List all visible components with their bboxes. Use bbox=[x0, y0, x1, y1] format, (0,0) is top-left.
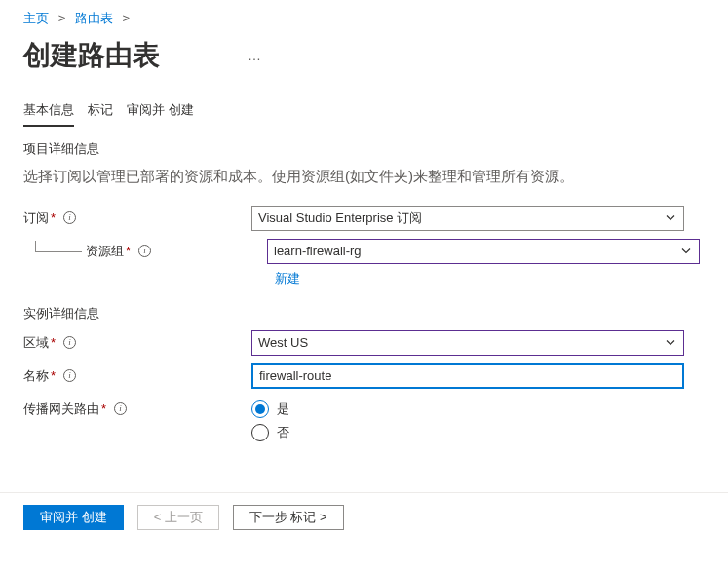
breadcrumb-route-tables[interactable]: 路由表 bbox=[75, 11, 113, 25]
previous-button: < 上一页 bbox=[137, 505, 219, 530]
resource-group-label: 资源组 bbox=[86, 243, 124, 260]
footer: 审阅并 创建 < 上一页 下一步 标记 > bbox=[0, 492, 728, 542]
region-select[interactable]: West US bbox=[251, 330, 684, 356]
required-asterisk: * bbox=[51, 368, 56, 383]
info-icon[interactable]: i bbox=[114, 402, 127, 415]
region-label: 区域 bbox=[23, 334, 49, 352]
project-details-heading: 项目详细信息 bbox=[23, 140, 728, 158]
chevron-right-icon: > bbox=[122, 11, 130, 25]
resource-group-value: learn-firewall-rg bbox=[274, 244, 362, 258]
tab-tags[interactable]: 标记 bbox=[88, 101, 113, 127]
region-field: 区域 * i West US bbox=[23, 328, 728, 358]
breadcrumb-home[interactable]: 主页 bbox=[23, 11, 49, 25]
propagate-field: 传播网关路由 * i 是 否 bbox=[23, 400, 728, 441]
info-icon[interactable]: i bbox=[63, 336, 76, 349]
tab-basic[interactable]: 基本信息 bbox=[23, 101, 74, 127]
indent-connector bbox=[35, 241, 82, 252]
chevron-down-icon bbox=[666, 335, 675, 350]
required-asterisk: * bbox=[51, 210, 56, 225]
create-new-resource-group-link[interactable]: 新建 bbox=[275, 270, 728, 287]
propagate-yes-label: 是 bbox=[277, 400, 289, 418]
required-asterisk: * bbox=[51, 335, 56, 350]
propagate-no-radio[interactable] bbox=[251, 424, 269, 441]
breadcrumb: 主页 > 路由表 > bbox=[0, 8, 728, 31]
tab-review-create[interactable]: 审阅并 创建 bbox=[127, 101, 194, 127]
required-asterisk: * bbox=[126, 244, 131, 258]
name-label: 名称 bbox=[23, 367, 49, 385]
subscription-field: 订阅 * i Visual Studio Enterprise 订阅 bbox=[23, 204, 728, 233]
review-create-button[interactable]: 审阅并 创建 bbox=[23, 505, 124, 530]
info-icon[interactable]: i bbox=[63, 211, 76, 224]
region-value: West US bbox=[258, 335, 308, 350]
instance-details-heading: 实例详细信息 bbox=[23, 305, 728, 323]
page-title: 创建路由表 bbox=[23, 37, 160, 74]
propagate-label: 传播网关路由 bbox=[23, 400, 99, 418]
name-field: 名称 * i firewall-route bbox=[23, 362, 728, 391]
subscription-select[interactable]: Visual Studio Enterprise 订阅 bbox=[251, 206, 684, 231]
name-input[interactable]: firewall-route bbox=[251, 363, 684, 389]
tabs: 基本信息 标记 审阅并 创建 bbox=[23, 101, 728, 127]
required-asterisk: * bbox=[101, 401, 106, 416]
subscription-value: Visual Studio Enterprise 订阅 bbox=[258, 210, 422, 227]
next-button[interactable]: 下一步 标记 > bbox=[233, 505, 344, 530]
chevron-down-icon bbox=[681, 244, 691, 258]
resource-group-field: 资源组 * i learn-firewall-rg bbox=[23, 237, 728, 266]
propagate-yes-radio[interactable] bbox=[251, 400, 269, 418]
project-details-description: 选择订阅以管理已部署的资源和成本。使用资源组(如文件夹)来整理和管理所有资源。 bbox=[23, 166, 705, 188]
more-actions-icon[interactable]: … bbox=[248, 48, 262, 63]
chevron-down-icon bbox=[666, 210, 675, 225]
resource-group-select[interactable]: learn-firewall-rg bbox=[267, 239, 700, 264]
chevron-right-icon: > bbox=[58, 11, 66, 25]
name-value: firewall-route bbox=[259, 368, 331, 383]
propagate-no-label: 否 bbox=[277, 424, 289, 441]
info-icon[interactable]: i bbox=[138, 245, 151, 257]
info-icon[interactable]: i bbox=[63, 369, 76, 382]
propagate-radio-group: 是 否 bbox=[251, 400, 289, 441]
subscription-label: 订阅 bbox=[23, 210, 49, 227]
